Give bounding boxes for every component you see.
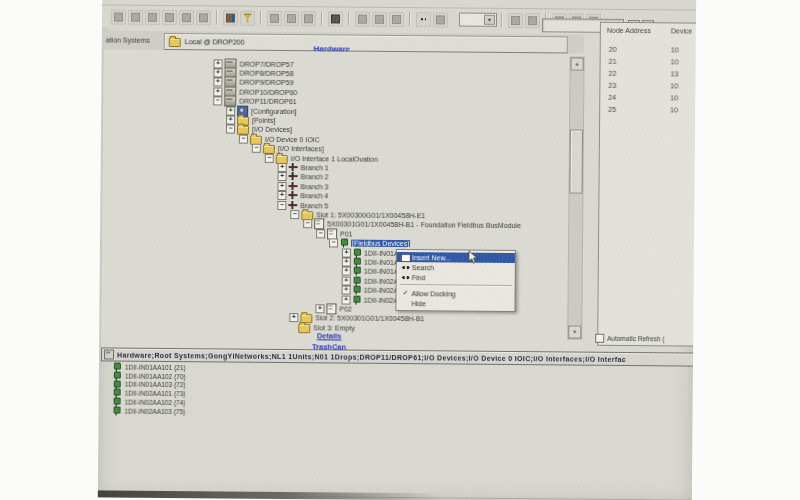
photo-edge-shadow bbox=[98, 490, 440, 500]
cascade-icon[interactable] bbox=[284, 11, 299, 26]
tree-node-label: DROP7/DROP57 bbox=[240, 60, 294, 67]
refresh-icon[interactable] bbox=[389, 11, 404, 26]
tree-expander[interactable]: + bbox=[226, 115, 235, 124]
context-menu-label: Search bbox=[412, 264, 434, 271]
device-list-item[interactable]: 1DII-IN02AA103 (75) bbox=[113, 407, 186, 416]
screenshot-stage: FileEditOperationBrowseViewWindowHelp ▾ … bbox=[0, 0, 800, 500]
device-cell: 10 bbox=[670, 94, 678, 101]
print-icon[interactable] bbox=[111, 9, 126, 24]
tree-expander[interactable]: − bbox=[290, 210, 299, 219]
toolbar-dropdown[interactable]: ▾ bbox=[459, 13, 497, 27]
context-menu-label: Insert New... bbox=[412, 254, 451, 261]
new-window-icon[interactable] bbox=[508, 12, 523, 27]
tree-expander[interactable]: + bbox=[277, 182, 286, 191]
device-cell: 10 bbox=[671, 58, 679, 65]
new-icon[interactable] bbox=[128, 9, 143, 24]
paste-icon[interactable] bbox=[196, 10, 211, 25]
context-menu-item-find[interactable]: Find bbox=[397, 272, 515, 283]
branch-icon bbox=[288, 191, 297, 200]
chevron-down-icon: ▾ bbox=[484, 15, 495, 25]
tree-expander[interactable]: + bbox=[213, 78, 222, 87]
tree-expander[interactable]: + bbox=[226, 106, 235, 115]
copy-icon[interactable] bbox=[179, 10, 194, 25]
tree-expander[interactable]: − bbox=[239, 134, 248, 143]
device-icon bbox=[113, 380, 121, 389]
auto-refresh-row: Automatic Refresh ( bbox=[595, 332, 693, 345]
context-menu-label: Allow Docking bbox=[412, 290, 456, 297]
tree-node-label: P02 bbox=[339, 305, 352, 312]
node-address-panel: Node Address Device 20102110221323102410… bbox=[597, 22, 696, 347]
device-icon bbox=[353, 248, 361, 257]
tree-expander[interactable]: − bbox=[277, 200, 286, 209]
tree-expander[interactable]: + bbox=[342, 248, 351, 257]
node-table-row[interactable]: 2213 bbox=[608, 67, 678, 80]
tree-expander[interactable]: − bbox=[329, 239, 338, 248]
tree-node-label: Branch 4 bbox=[300, 192, 328, 199]
node-table-row[interactable]: 2510 bbox=[608, 103, 678, 116]
chart-icon[interactable] bbox=[223, 10, 238, 25]
device-label: 1DII-IN02AA102 (74) bbox=[125, 399, 186, 407]
tree-node-label: Slot 2: 5X00301G01/1X00458H-B1 bbox=[315, 315, 424, 323]
tree-expander[interactable]: − bbox=[252, 144, 261, 153]
tree-node-label: P01 bbox=[340, 230, 353, 237]
context-menu-item-hide[interactable]: Hide bbox=[396, 298, 514, 309]
systems-label: ation Systems bbox=[106, 36, 150, 43]
tree-node-label: [Fieldbus Devices] bbox=[351, 240, 410, 248]
path-bar[interactable]: Hardware;Root Systems;GongYiNetworks;NL1… bbox=[101, 347, 695, 366]
binoculars-icon[interactable] bbox=[416, 12, 431, 27]
node-address-cell: 22 bbox=[608, 69, 670, 77]
device-list: 1DII-IN01AA101 (21)1DII-IN01AA102 (70)1D… bbox=[113, 363, 186, 416]
camera-icon[interactable] bbox=[328, 11, 343, 26]
cut-icon[interactable] bbox=[162, 9, 177, 24]
scroll-down-button[interactable]: ▼ bbox=[568, 325, 581, 338]
tree-expander[interactable]: + bbox=[278, 172, 287, 181]
tree-expander[interactable]: + bbox=[214, 59, 223, 68]
properties-icon[interactable] bbox=[525, 13, 540, 28]
tree-node-label: DROP10/DROP60 bbox=[239, 88, 297, 96]
tree-expander[interactable]: + bbox=[342, 267, 351, 276]
tree-expander[interactable]: − bbox=[265, 153, 274, 162]
tree-expander[interactable]: + bbox=[342, 286, 351, 295]
node-table-row[interactable]: 2310 bbox=[608, 79, 678, 92]
tree-expander[interactable]: − bbox=[213, 96, 222, 105]
tree-expander[interactable]: + bbox=[277, 191, 286, 200]
tree-node-label: DROP9/DROP59 bbox=[239, 79, 293, 86]
screen-photo: FileEditOperationBrowseViewWindowHelp ▾ … bbox=[98, 0, 696, 500]
node-table-row[interactable]: 2410 bbox=[608, 91, 678, 104]
tree-expander[interactable]: + bbox=[289, 313, 298, 322]
tree-expander[interactable]: − bbox=[316, 229, 325, 238]
node-table-row[interactable]: 2010 bbox=[609, 43, 679, 56]
tree-expander[interactable]: + bbox=[315, 304, 324, 313]
node-table-row[interactable]: 2110 bbox=[609, 55, 679, 68]
tree-expander[interactable]: + bbox=[342, 257, 351, 266]
scroll-thumb[interactable] bbox=[569, 130, 583, 194]
toolbar-separator bbox=[216, 10, 218, 24]
tree-expander[interactable]: − bbox=[303, 219, 312, 228]
context-menu-label: Hide bbox=[411, 300, 425, 307]
details-link[interactable]: Details bbox=[249, 331, 409, 341]
find-icon[interactable] bbox=[355, 11, 370, 26]
tree-expander[interactable]: + bbox=[213, 87, 222, 96]
tree-expander[interactable]: + bbox=[342, 276, 351, 285]
node-address-cell: 24 bbox=[608, 93, 670, 101]
clipboard-icon[interactable] bbox=[301, 11, 316, 26]
tree-scrollbar[interactable]: ▲ ▼ bbox=[567, 56, 584, 339]
auto-refresh-checkbox[interactable] bbox=[595, 333, 604, 342]
toolbar-separator bbox=[348, 12, 350, 26]
delete-icon[interactable] bbox=[372, 11, 387, 26]
device-icon bbox=[113, 398, 121, 407]
device-label: 1DII-IN02AA101 (73) bbox=[125, 390, 186, 398]
tree-expander[interactable]: + bbox=[278, 163, 287, 172]
branch-icon bbox=[289, 163, 298, 172]
undo-icon[interactable] bbox=[145, 9, 160, 24]
filter-icon[interactable] bbox=[240, 10, 255, 25]
node-address-cell: 23 bbox=[608, 81, 670, 89]
tile-icon[interactable] bbox=[267, 10, 282, 25]
tree-expander[interactable]: + bbox=[341, 295, 350, 304]
branch-icon bbox=[288, 201, 297, 210]
tree-expander[interactable]: − bbox=[226, 125, 235, 134]
scroll-up-button[interactable]: ▲ bbox=[571, 58, 584, 71]
tree-expander[interactable]: + bbox=[213, 68, 222, 77]
tree-node-label: [Configuration] bbox=[251, 107, 297, 114]
trace-icon[interactable] bbox=[433, 12, 448, 27]
